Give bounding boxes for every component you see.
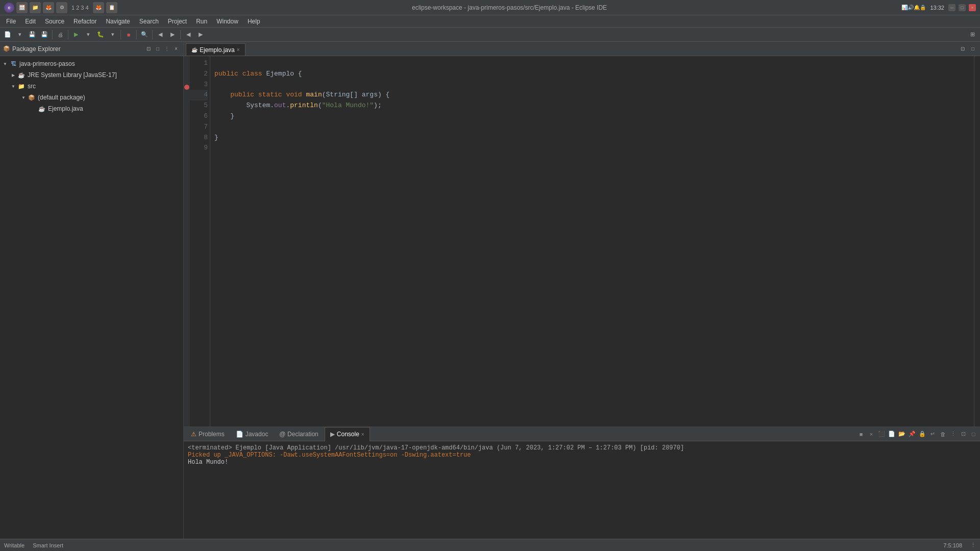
status-insert-mode: Smart Insert [33, 542, 63, 548]
minimize-button[interactable]: ─ [948, 4, 955, 11]
run-button[interactable]: ▶ [70, 29, 82, 40]
console-tab-close[interactable]: × [361, 432, 364, 437]
editor-area-minimize[interactable]: ⊡ [959, 45, 967, 53]
menu-source[interactable]: Source [41, 17, 68, 26]
close-button[interactable]: × [969, 4, 976, 11]
perspective-button[interactable]: ⊞ [967, 29, 978, 40]
taskbar-numbers: 1 2 3 4 [71, 5, 89, 11]
line-number-4: 4 [190, 90, 208, 101]
toolbar-sep-3 [120, 30, 121, 39]
console-word-wrap-button[interactable]: ↵ [928, 430, 937, 439]
sidebar-maximize-button[interactable]: □ [154, 45, 162, 53]
prev-edit-button[interactable]: ◀ [155, 29, 166, 40]
code-editor[interactable]: 1 2 3 4 5 6 7 8 9 public class Ejemplo {… [184, 56, 980, 427]
status-writable: Writable [4, 542, 24, 548]
back-button[interactable]: ◀ [183, 29, 194, 40]
statusbar: Writable Smart Insert 7:5:108 ⋮ [0, 539, 980, 551]
save-all-button[interactable]: 💾 [39, 29, 50, 40]
menu-help[interactable]: Help [243, 17, 264, 26]
taskbar-icon-4[interactable]: ⚙ [56, 2, 67, 13]
open-button[interactable]: ▾ [14, 29, 26, 40]
taskbar-icon-5[interactable]: 🦊 [93, 2, 104, 13]
menu-refactor[interactable]: Refactor [69, 17, 101, 26]
editor-tab-java-icon: ☕ [191, 47, 198, 53]
taskbar-icon-3[interactable]: 🦊 [43, 2, 54, 13]
bottom-panel-minimize[interactable]: ⊡ [959, 430, 968, 439]
tree-item-default-package[interactable]: ▼ 📦 (default package) [0, 92, 183, 103]
javadoc-icon: 📄 [236, 431, 243, 438]
problems-label: Problems [199, 431, 225, 438]
line-number-8: 8 [190, 133, 208, 143]
menu-file[interactable]: File [2, 17, 20, 26]
ejemplo-label: Ejemplo.java [48, 105, 83, 112]
toolbar-sep-4 [136, 30, 137, 39]
debug-dropdown[interactable]: ▾ [107, 29, 118, 40]
menu-project[interactable]: Project [164, 17, 191, 26]
line-number-1: 1 [190, 58, 208, 69]
console-picked-line: Picked up _JAVA_OPTIONS: -Dawt.useSystem… [188, 452, 976, 459]
console-terminate-button[interactable]: ⬛ [877, 430, 886, 439]
editor-tab-label: Ejemplo.java [200, 46, 235, 54]
right-gutter [974, 56, 980, 427]
tree-item-src[interactable]: ▼ 📁 src [0, 81, 183, 92]
run-dropdown[interactable]: ▾ [83, 29, 94, 40]
sidebar-menu-button[interactable]: ⋮ [163, 45, 171, 53]
save-button[interactable]: 💾 [27, 29, 38, 40]
sidebar: 📦 Package Explorer ⊡ □ ⋮ × ▼ 🏗 java-prim… [0, 42, 184, 539]
console-scroll-lock-button[interactable]: 🔒 [918, 430, 927, 439]
bottom-panel-maximize[interactable]: □ [969, 430, 978, 439]
menu-run[interactable]: Run [192, 17, 211, 26]
menu-edit[interactable]: Edit [21, 17, 40, 26]
tab-declaration[interactable]: @ Declaration [274, 427, 323, 441]
console-menu-button[interactable]: ⋮ [948, 430, 958, 439]
window-title: eclipse-workspace - java-primeros-pasos/… [412, 4, 607, 11]
next-edit-button[interactable]: ▶ [167, 29, 178, 40]
console-label: Console [337, 431, 359, 438]
console-open-file-button[interactable]: 📂 [897, 430, 906, 439]
src-folder-icon: 📁 [17, 82, 26, 90]
line-number-3: 3 [190, 80, 208, 90]
eclipse-logo-icon: e [4, 3, 14, 13]
stop-button[interactable]: ■ [123, 29, 134, 40]
taskbar-icon-2[interactable]: 📁 [30, 2, 41, 13]
clock: 13:32 [930, 5, 944, 11]
main-area: 📦 Package Explorer ⊡ □ ⋮ × ▼ 🏗 java-prim… [0, 42, 980, 539]
new-button[interactable]: 📄 [2, 29, 13, 40]
line-number-9: 9 [190, 143, 208, 154]
tab-console[interactable]: ▶ Console × [325, 427, 370, 441]
console-stop-button[interactable]: ■ [856, 430, 866, 439]
taskbar-icon-1[interactable]: 🪟 [16, 2, 28, 13]
tree-item-project[interactable]: ▼ 🏗 java-primeros-pasos [0, 58, 183, 69]
search-button[interactable]: 🔍 [139, 29, 150, 40]
taskbar-icon-6[interactable]: 📋 [106, 2, 117, 13]
tree-item-jre[interactable]: ▶ ☕ JRE System Library [JavaSE-17] [0, 69, 183, 81]
tree-item-ejemplo[interactable]: ▶ ☕ Ejemplo.java [0, 103, 183, 114]
menu-search[interactable]: Search [135, 17, 163, 26]
maximize-button[interactable]: □ [959, 4, 966, 11]
sidebar-close-button[interactable]: × [172, 45, 180, 53]
editor-tabs: ☕ Ejemplo.java × ⊡ □ [184, 42, 980, 56]
tab-javadoc[interactable]: 📄 Javadoc [231, 427, 274, 441]
status-menu[interactable]: ⋮ [970, 542, 976, 548]
editor-tab-ejemplo[interactable]: ☕ Ejemplo.java × [186, 43, 246, 56]
console-close-log-button[interactable]: × [867, 430, 876, 439]
tab-problems[interactable]: ⚠ Problems [186, 427, 230, 441]
console-output-line: Hola Mundo! [188, 459, 976, 466]
jre-label: JRE System Library [JavaSE-17] [28, 71, 117, 79]
forward-button[interactable]: ▶ [195, 29, 206, 40]
sidebar-minimize-button[interactable]: ⊡ [144, 45, 153, 53]
console-output: <terminated> Ejemplo [Java Application] … [184, 441, 980, 539]
editor-tab-close[interactable]: × [237, 47, 240, 53]
menu-window[interactable]: Window [212, 17, 242, 26]
project-icon: 🏗 [9, 60, 17, 68]
console-new-button[interactable]: 📄 [887, 430, 896, 439]
debug-button[interactable]: 🐛 [95, 29, 106, 40]
console-pin-button[interactable]: 📌 [908, 430, 917, 439]
menu-navigate[interactable]: Navigate [102, 17, 134, 26]
code-content[interactable]: public class Ejemplo { public static voi… [210, 56, 974, 427]
print-button[interactable]: 🖨 [55, 29, 66, 40]
sidebar-header: 📦 Package Explorer ⊡ □ ⋮ × [0, 42, 183, 56]
console-clear-button[interactable]: 🗑 [938, 430, 947, 439]
editor-area-maximize[interactable]: □ [969, 45, 977, 53]
breakpoint-dot [184, 85, 189, 90]
